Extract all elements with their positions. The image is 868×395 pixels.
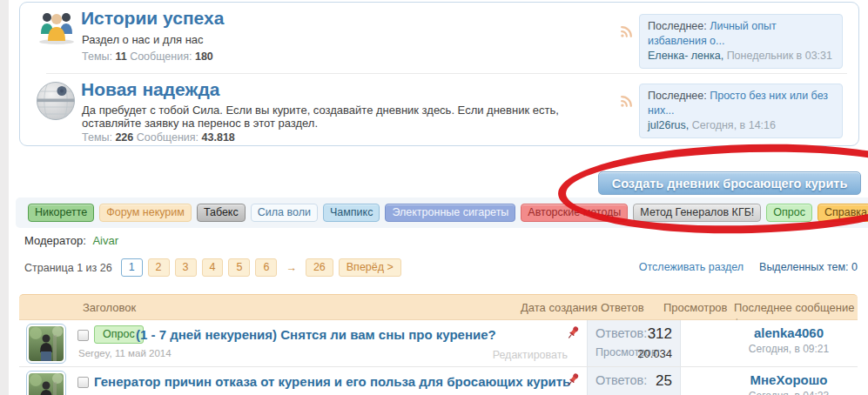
pinned-icon [566,325,582,344]
header-replies[interactable]: Ответов [601,301,644,314]
tag-tabex[interactable]: Табекс [197,204,246,222]
topic-stats-cell: Ответов: 25 Просмотров: 10.684 [587,367,681,395]
create-diary-button[interactable]: Создать дневник бросающего курить [598,171,861,195]
next-page-button[interactable]: Вперёд > [339,258,401,277]
tag-help[interactable]: Справка [818,204,868,222]
topic-title-link[interactable]: Генератор причин отказа от курения и его… [94,374,570,389]
selected-topics-count: Выделенных тем: 0 [759,261,858,273]
section-actions: Отслеживать раздел Выделенных тем: 0 [639,261,858,273]
last-post-author-link[interactable]: Еленка- ленка [648,50,721,62]
tag-ecigarettes[interactable]: Электронные сигареты [385,204,515,222]
table-header: Заголовок Дата создания Ответов Просмотр… [19,294,858,320]
avatar[interactable] [26,324,66,364]
last-post-box: Последнее: Личный опыт избавления о... Е… [639,14,843,69]
page-button-2[interactable]: 2 [148,258,170,277]
pinned-icon [566,372,582,391]
page-button-6[interactable]: 6 [255,258,277,277]
separator: , [686,119,692,131]
tag-champix[interactable]: Чампикс [323,204,380,222]
replies-count: 25 [656,372,672,390]
topics-count: 226 [115,131,133,144]
section-description: Раздел о нас и для нас [82,33,204,46]
pagination: Страница 1 из 26 1 2 3 4 5 6 → 26 Вперёд… [24,258,401,277]
page-button-current[interactable]: 1 [121,258,143,277]
topic-checkbox[interactable] [77,377,89,388]
topic-checkbox[interactable] [77,330,89,341]
rss-icon[interactable] [619,94,634,109]
table-row: Генератор причин отказа от курения и его… [19,367,858,395]
last-post-label: Последнее: [648,20,707,32]
page-button-3[interactable]: 3 [175,258,197,277]
tag-poll[interactable]: Опрос [766,204,812,222]
edit-link[interactable]: Редактировать [450,349,568,361]
tag-willpower[interactable]: Сила воли [251,204,318,222]
tag-author-methods[interactable]: Авторские методы [521,204,628,222]
section-stats: Темы: 11 Сообщения: 180 [82,50,213,63]
table-row: Опрос (1 - 7 дней некурения) Снятся ли в… [19,320,858,367]
last-post-time: Сегодня, в 04:23 [720,390,858,395]
last-post-box: Последнее: Просто без них или без них...… [639,84,843,138]
topic-author-date: Sergey, 11 май 2014 [78,348,172,358]
page-button-5[interactable]: 5 [228,258,250,277]
follow-section-link[interactable]: Отслеживать раздел [639,261,744,273]
topics-label: Темы: [82,50,112,63]
people-group-icon [37,10,76,47]
last-post-cell: alenka4060 Сегодня, в 09:21 [681,320,858,366]
death-star-icon [36,81,76,124]
rss-icon[interactable] [619,24,634,39]
topics-label: Темы: [82,131,112,144]
moderator-label: Модератор: [24,234,86,247]
posts-label: Сообщения: [137,131,198,144]
posts-count: 43.818 [202,131,235,144]
separator: , [721,50,727,62]
topic-stats-cell: Ответов: 312 Просмотров: 20.034 [587,320,681,366]
replies-count: 312 [648,325,672,343]
last-post-author-link[interactable]: МнеХорошо [720,372,858,387]
header-title: Заголовок [83,301,136,314]
posts-label: Сообщения: [130,50,192,63]
topic-table: Заголовок Дата создания Ответов Просмотр… [19,294,858,395]
views-count: 20.034 [637,347,672,360]
page-button-4[interactable]: 4 [202,258,224,277]
section-description: Да пребудет с тобой Сила. Если вы курите… [82,104,604,130]
last-post-author-link[interactable]: alenka4060 [720,325,858,340]
last-post-time: Сегодня, в 09:21 [720,343,858,355]
topic-title-link[interactable]: (1 - 7 дней некурения) Снятся ли вам сны… [136,327,496,342]
avatar[interactable] [26,371,66,395]
topics-count: 11 [115,50,126,63]
posts-count: 180 [195,50,213,63]
last-post-label: Последнее: [648,90,707,102]
page-left-margin [0,0,9,395]
tag-forum-nekurim[interactable]: Форум некурим [99,204,192,222]
moderator-line: Модератор: Aivar [24,234,118,247]
pagination-gap-arrow: → [282,262,300,274]
section-stats: Темы: 226 Сообщения: 43.818 [82,131,235,144]
section-title-success-stories[interactable]: Истории успеха [81,8,224,29]
section-title-new-hope[interactable]: Новая надежда [81,79,219,100]
replies-label: Ответов: [595,373,647,387]
tag-nicorette[interactable]: Никоретте [28,204,94,222]
moderator-name-link[interactable]: Aivar [92,234,118,247]
page-button-last[interactable]: 26 [306,258,333,277]
last-post-time: Сегодня, в 14:16 [692,119,776,131]
tags-bar: Никоретте Форум некурим Табекс Сила воли… [16,198,868,228]
header-views[interactable]: Просмотров [663,301,728,314]
section-divider [46,73,847,74]
tag-kgb-method[interactable]: Метод Генералов КГБ! [633,204,761,222]
last-post-author-link[interactable]: jul26rus [648,119,686,131]
last-post-time: Понедельник в 03:31 [727,50,832,62]
last-post-cell: МнеХорошо Сегодня, в 04:23 [681,367,858,395]
page-indicator: Страница 1 из 26 [24,262,112,274]
forum-category-panel: Истории успеха Раздел о нас и для нас Те… [19,2,859,146]
header-created[interactable]: Дата создания [521,301,597,314]
replies-label: Ответов: [595,326,647,340]
